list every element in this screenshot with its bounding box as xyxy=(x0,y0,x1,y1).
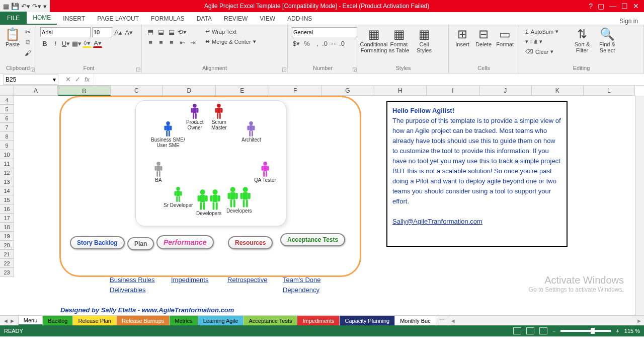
worksheet-grid[interactable]: ABCDEFGHIJKL 456789101112131415161718192… xyxy=(0,86,644,315)
accounting-icon[interactable]: $▾ xyxy=(292,39,301,48)
align-top-icon[interactable]: ⬒ xyxy=(146,27,155,36)
enter-formula-icon[interactable]: ✓ xyxy=(75,76,80,83)
row-header[interactable]: 5 xyxy=(0,105,14,114)
tab-home[interactable]: HOME xyxy=(27,12,57,25)
row-header[interactable]: 8 xyxy=(0,132,14,141)
column-header[interactable]: F xyxy=(269,86,321,95)
column-header[interactable]: I xyxy=(427,86,479,95)
align-bottom-icon[interactable]: ⬓ xyxy=(167,27,176,36)
sheet-tab[interactable]: Backlog xyxy=(43,316,73,325)
bold-icon[interactable]: B xyxy=(40,39,49,48)
sheet-tab[interactable]: Acceptance Tests xyxy=(244,316,297,325)
redo-icon[interactable]: ↷▾ xyxy=(32,3,41,10)
column-header[interactable]: G xyxy=(321,86,374,95)
sheet-tab[interactable]: Monthly Buc xyxy=(395,316,436,325)
pill-story-backlog[interactable]: Story Backlog xyxy=(70,236,125,249)
row-header[interactable]: 13 xyxy=(0,177,14,186)
row-header[interactable]: 4 xyxy=(0,96,14,105)
tab-addins[interactable]: ADD-INS xyxy=(281,13,318,25)
italic-icon[interactable]: I xyxy=(51,39,60,48)
column-header[interactable]: J xyxy=(479,86,532,95)
row-header[interactable]: 19 xyxy=(0,232,14,241)
ribbon-options-icon[interactable]: ▢ xyxy=(598,2,604,10)
column-header[interactable]: D xyxy=(163,86,215,95)
row-header[interactable]: 7 xyxy=(0,123,14,132)
sheet-tab[interactable]: Capacity Planning xyxy=(340,316,395,325)
link-dependency[interactable]: Dependency xyxy=(283,286,319,294)
sheet-prev-icon[interactable]: ◄ xyxy=(3,318,9,324)
tab-file[interactable]: FILE xyxy=(0,12,27,25)
fx-icon[interactable]: fx xyxy=(85,76,90,83)
row-header[interactable]: 14 xyxy=(0,186,14,195)
sheet-tab[interactable]: Release Burnups xyxy=(117,316,170,325)
tabs-more-icon[interactable]: ⋯ xyxy=(436,316,448,325)
border-icon[interactable]: ▦▾ xyxy=(72,39,81,48)
font-name-select[interactable] xyxy=(40,27,91,37)
autosum-button[interactable]: ΣAutoSum▾ xyxy=(523,27,569,36)
underline-icon[interactable]: U▾ xyxy=(61,39,70,48)
column-header[interactable]: E xyxy=(216,86,269,95)
sheet-tab[interactable]: Metrics xyxy=(170,316,198,325)
align-center-icon[interactable]: ≡ xyxy=(156,38,166,47)
decrease-indent-icon[interactable]: ⇤ xyxy=(178,38,187,47)
sheet-tab[interactable]: Impediments xyxy=(297,316,340,325)
percent-icon[interactable]: % xyxy=(302,39,311,48)
fill-color-icon[interactable]: ◊▾ xyxy=(83,39,92,48)
undo-icon[interactable]: ↶▾ xyxy=(21,3,30,10)
pill-plan[interactable]: Plan xyxy=(127,237,154,250)
link-impediments[interactable]: Impediments xyxy=(171,276,208,284)
minimize-icon[interactable]: ― xyxy=(609,2,616,10)
format-as-table-button[interactable]: ▦Format as Table xyxy=(387,27,411,54)
format-painter-icon[interactable]: 🖌 xyxy=(23,48,32,57)
sheet-tab[interactable]: Menu xyxy=(19,316,43,325)
tab-view[interactable]: VIEW xyxy=(254,13,281,25)
link-business-rules[interactable]: Business Rules xyxy=(110,276,155,284)
row-header[interactable]: 21 xyxy=(0,250,14,259)
dialog-launcher-icon[interactable]: ◲ xyxy=(352,66,357,72)
row-header[interactable]: 9 xyxy=(0,141,14,150)
column-header[interactable]: L xyxy=(584,86,635,95)
vertical-scrollbar[interactable] xyxy=(635,96,644,315)
row-header[interactable]: 10 xyxy=(0,150,14,159)
link-deliverables[interactable]: Deliverables xyxy=(110,286,146,294)
find-select-button[interactable]: 🔍Find & Select xyxy=(596,27,619,54)
row-header[interactable]: 12 xyxy=(0,168,14,177)
insert-cells-button[interactable]: ⊞Insert xyxy=(453,27,472,48)
pill-acceptance[interactable]: Acceptance Tests xyxy=(280,233,345,246)
page-layout-view-icon[interactable] xyxy=(526,327,534,334)
row-header[interactable]: 16 xyxy=(0,204,14,214)
help-icon[interactable]: ? xyxy=(589,2,593,10)
signin-link[interactable]: Sign in xyxy=(619,18,644,25)
format-cells-button[interactable]: ▭Format xyxy=(495,27,515,48)
fill-button[interactable]: ▾Fill▾ xyxy=(523,37,569,46)
sheet-next-icon[interactable]: ► xyxy=(10,318,15,324)
tab-data[interactable]: DATA xyxy=(191,13,218,25)
column-header[interactable]: B xyxy=(58,86,111,96)
font-color-icon[interactable]: A▾ xyxy=(93,39,102,48)
horizontal-scrollbar[interactable]: ◄► xyxy=(448,316,644,325)
tab-pagelayout[interactable]: PAGE LAYOUT xyxy=(91,13,145,25)
close-icon[interactable]: ✕ xyxy=(633,2,639,10)
intro-email-link[interactable]: Sally@AgileTranformation.com xyxy=(392,218,482,225)
wrap-text-button[interactable]: ↩Wrap Text xyxy=(203,27,258,36)
increase-indent-icon[interactable]: ⇥ xyxy=(188,38,197,47)
link-teams-done[interactable]: Team's Done xyxy=(283,276,320,284)
row-header[interactable]: 15 xyxy=(0,195,14,204)
row-header[interactable]: 11 xyxy=(0,159,14,168)
align-left-icon[interactable]: ≡ xyxy=(146,38,155,47)
merge-center-button[interactable]: ⬌Merge & Center▾ xyxy=(203,37,258,46)
select-all-corner[interactable] xyxy=(0,86,14,96)
decrease-font-icon[interactable]: A▾ xyxy=(124,28,133,37)
sheet-tab[interactable]: Release Plan xyxy=(73,316,116,325)
decrease-decimal-icon[interactable]: ←.0 xyxy=(334,39,343,48)
zoom-in-icon[interactable]: + xyxy=(616,328,619,334)
zoom-out-icon[interactable]: − xyxy=(552,328,555,334)
normal-view-icon[interactable] xyxy=(513,327,521,334)
tab-review[interactable]: REVIEW xyxy=(218,13,254,25)
align-middle-icon[interactable]: ⬓ xyxy=(156,27,166,36)
maximize-icon[interactable]: ☐ xyxy=(621,2,628,10)
cell-styles-button[interactable]: ▦Cell Styles xyxy=(413,27,436,54)
dialog-launcher-icon[interactable]: ◲ xyxy=(136,66,140,72)
cancel-formula-icon[interactable]: ✕ xyxy=(65,76,71,83)
row-header[interactable]: 23 xyxy=(0,268,14,277)
